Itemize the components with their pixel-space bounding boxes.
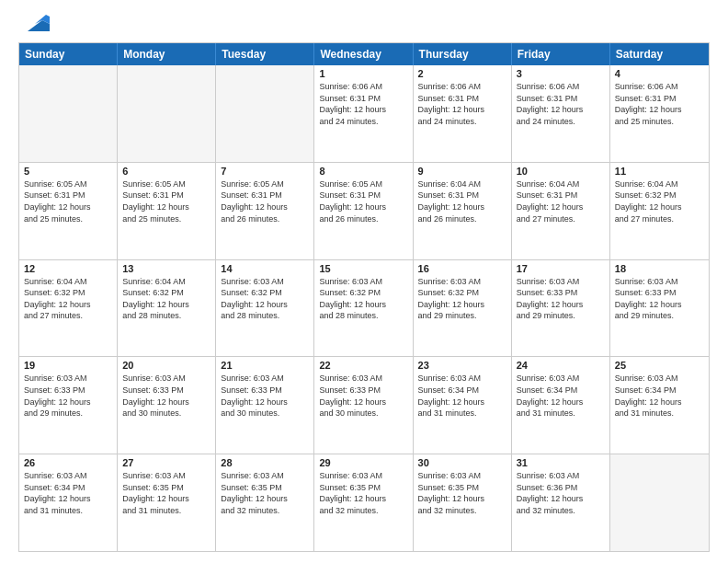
header	[18, 15, 710, 35]
calendar-cell: 13Sunrise: 6:04 AM Sunset: 6:32 PM Dayli…	[118, 260, 216, 357]
logo-icon	[20, 6, 50, 35]
day-number: 24	[517, 360, 605, 371]
calendar-cell: 11Sunrise: 6:04 AM Sunset: 6:32 PM Dayli…	[610, 163, 709, 259]
day-number: 20	[122, 360, 210, 371]
calendar-cell: 17Sunrise: 6:03 AM Sunset: 6:33 PM Dayli…	[512, 260, 610, 357]
calendar-cell: 2Sunrise: 6:06 AM Sunset: 6:31 PM Daylig…	[414, 65, 512, 162]
calendar-week-2: 5Sunrise: 6:05 AM Sunset: 6:31 PM Daylig…	[19, 162, 709, 259]
cell-info: Sunrise: 6:03 AM Sunset: 6:35 PM Dayligh…	[319, 470, 407, 516]
calendar-cell: 7Sunrise: 6:05 AM Sunset: 6:31 PM Daylig…	[216, 163, 314, 259]
day-number: 27	[122, 457, 210, 468]
cell-info: Sunrise: 6:03 AM Sunset: 6:35 PM Dayligh…	[122, 470, 210, 516]
calendar-cell: 28Sunrise: 6:03 AM Sunset: 6:35 PM Dayli…	[216, 454, 314, 551]
header-friday: Friday	[512, 43, 610, 65]
day-number: 3	[517, 68, 605, 79]
cell-info: Sunrise: 6:03 AM Sunset: 6:34 PM Dayligh…	[24, 470, 112, 516]
cell-info: Sunrise: 6:03 AM Sunset: 6:32 PM Dayligh…	[319, 276, 407, 322]
day-number: 12	[24, 263, 112, 274]
calendar-cell: 15Sunrise: 6:03 AM Sunset: 6:32 PM Dayli…	[314, 260, 413, 357]
day-number: 21	[221, 360, 309, 371]
calendar-cell: 10Sunrise: 6:04 AM Sunset: 6:31 PM Dayli…	[512, 163, 610, 259]
calendar-cell: 16Sunrise: 6:03 AM Sunset: 6:32 PM Dayli…	[414, 260, 512, 357]
cell-info: Sunrise: 6:06 AM Sunset: 6:31 PM Dayligh…	[517, 81, 605, 127]
calendar-week-5: 26Sunrise: 6:03 AM Sunset: 6:34 PM Dayli…	[19, 454, 709, 551]
calendar-cell: 4Sunrise: 6:06 AM Sunset: 6:31 PM Daylig…	[610, 65, 709, 162]
cell-info: Sunrise: 6:03 AM Sunset: 6:35 PM Dayligh…	[221, 470, 309, 516]
calendar-body: 1Sunrise: 6:06 AM Sunset: 6:31 PM Daylig…	[19, 65, 709, 551]
cell-info: Sunrise: 6:05 AM Sunset: 6:31 PM Dayligh…	[319, 178, 407, 224]
day-number: 9	[418, 166, 506, 177]
calendar-cell: 18Sunrise: 6:03 AM Sunset: 6:33 PM Dayli…	[610, 260, 709, 357]
cell-info: Sunrise: 6:03 AM Sunset: 6:34 PM Dayligh…	[517, 373, 605, 419]
calendar-cell: 20Sunrise: 6:03 AM Sunset: 6:33 PM Dayli…	[118, 357, 216, 454]
calendar-cell: 12Sunrise: 6:04 AM Sunset: 6:32 PM Dayli…	[19, 260, 118, 357]
day-number: 10	[517, 166, 605, 177]
calendar-cell: 9Sunrise: 6:04 AM Sunset: 6:31 PM Daylig…	[414, 163, 512, 259]
calendar-header: Sunday Monday Tuesday Wednesday Thursday…	[19, 43, 709, 65]
cell-info: Sunrise: 6:03 AM Sunset: 6:33 PM Dayligh…	[319, 373, 407, 419]
day-number: 5	[24, 166, 112, 177]
day-number: 30	[418, 457, 506, 468]
calendar-cell: 21Sunrise: 6:03 AM Sunset: 6:33 PM Dayli…	[216, 357, 314, 454]
cell-info: Sunrise: 6:03 AM Sunset: 6:35 PM Dayligh…	[418, 470, 506, 516]
day-number: 14	[221, 263, 309, 274]
calendar-cell	[610, 454, 709, 551]
cell-info: Sunrise: 6:03 AM Sunset: 6:33 PM Dayligh…	[221, 373, 309, 419]
day-number: 13	[122, 263, 210, 274]
day-number: 18	[615, 263, 704, 274]
page: Sunday Monday Tuesday Wednesday Thursday…	[0, 0, 728, 563]
calendar-cell: 31Sunrise: 6:03 AM Sunset: 6:36 PM Dayli…	[512, 454, 610, 551]
cell-info: Sunrise: 6:03 AM Sunset: 6:34 PM Dayligh…	[418, 373, 506, 419]
calendar-cell: 27Sunrise: 6:03 AM Sunset: 6:35 PM Dayli…	[118, 454, 216, 551]
day-number: 19	[24, 360, 112, 371]
calendar-cell: 19Sunrise: 6:03 AM Sunset: 6:33 PM Dayli…	[19, 357, 118, 454]
calendar-cell: 8Sunrise: 6:05 AM Sunset: 6:31 PM Daylig…	[314, 163, 413, 259]
day-number: 17	[517, 263, 605, 274]
header-sunday: Sunday	[19, 43, 118, 65]
calendar-cell: 5Sunrise: 6:05 AM Sunset: 6:31 PM Daylig…	[19, 163, 118, 259]
calendar-week-4: 19Sunrise: 6:03 AM Sunset: 6:33 PM Dayli…	[19, 356, 709, 454]
calendar-cell: 29Sunrise: 6:03 AM Sunset: 6:35 PM Dayli…	[314, 454, 413, 551]
calendar-cell	[216, 65, 314, 162]
calendar-cell: 23Sunrise: 6:03 AM Sunset: 6:34 PM Dayli…	[414, 357, 512, 454]
day-number: 26	[24, 457, 112, 468]
cell-info: Sunrise: 6:05 AM Sunset: 6:31 PM Dayligh…	[122, 178, 210, 224]
header-saturday: Saturday	[610, 43, 709, 65]
header-tuesday: Tuesday	[216, 43, 314, 65]
cell-info: Sunrise: 6:04 AM Sunset: 6:31 PM Dayligh…	[517, 178, 605, 224]
cell-info: Sunrise: 6:03 AM Sunset: 6:32 PM Dayligh…	[221, 276, 309, 322]
cell-info: Sunrise: 6:03 AM Sunset: 6:36 PM Dayligh…	[517, 470, 605, 516]
cell-info: Sunrise: 6:03 AM Sunset: 6:32 PM Dayligh…	[418, 276, 506, 322]
calendar-cell: 26Sunrise: 6:03 AM Sunset: 6:34 PM Dayli…	[19, 454, 118, 551]
header-thursday: Thursday	[414, 43, 512, 65]
calendar-cell: 30Sunrise: 6:03 AM Sunset: 6:35 PM Dayli…	[414, 454, 512, 551]
header-monday: Monday	[118, 43, 216, 65]
calendar-cell: 1Sunrise: 6:06 AM Sunset: 6:31 PM Daylig…	[314, 65, 413, 162]
calendar-cell: 25Sunrise: 6:03 AM Sunset: 6:34 PM Dayli…	[610, 357, 709, 454]
day-number: 23	[418, 360, 506, 371]
cell-info: Sunrise: 6:06 AM Sunset: 6:31 PM Dayligh…	[418, 81, 506, 127]
logo	[18, 15, 50, 35]
calendar-cell: 3Sunrise: 6:06 AM Sunset: 6:31 PM Daylig…	[512, 65, 610, 162]
calendar: Sunday Monday Tuesday Wednesday Thursday…	[18, 42, 710, 552]
calendar-week-1: 1Sunrise: 6:06 AM Sunset: 6:31 PM Daylig…	[19, 65, 709, 162]
cell-info: Sunrise: 6:03 AM Sunset: 6:33 PM Dayligh…	[517, 276, 605, 322]
calendar-cell: 24Sunrise: 6:03 AM Sunset: 6:34 PM Dayli…	[512, 357, 610, 454]
cell-info: Sunrise: 6:03 AM Sunset: 6:33 PM Dayligh…	[122, 373, 210, 419]
day-number: 28	[221, 457, 309, 468]
cell-info: Sunrise: 6:04 AM Sunset: 6:32 PM Dayligh…	[122, 276, 210, 322]
day-number: 2	[418, 68, 506, 79]
day-number: 6	[122, 166, 210, 177]
cell-info: Sunrise: 6:04 AM Sunset: 6:32 PM Dayligh…	[615, 178, 704, 224]
day-number: 22	[319, 360, 407, 371]
calendar-cell	[118, 65, 216, 162]
cell-info: Sunrise: 6:04 AM Sunset: 6:32 PM Dayligh…	[24, 276, 112, 322]
cell-info: Sunrise: 6:05 AM Sunset: 6:31 PM Dayligh…	[221, 178, 309, 224]
day-number: 15	[319, 263, 407, 274]
day-number: 29	[319, 457, 407, 468]
cell-info: Sunrise: 6:03 AM Sunset: 6:34 PM Dayligh…	[615, 373, 704, 419]
header-wednesday: Wednesday	[314, 43, 413, 65]
day-number: 31	[517, 457, 605, 468]
calendar-cell: 14Sunrise: 6:03 AM Sunset: 6:32 PM Dayli…	[216, 260, 314, 357]
day-number: 4	[615, 68, 704, 79]
